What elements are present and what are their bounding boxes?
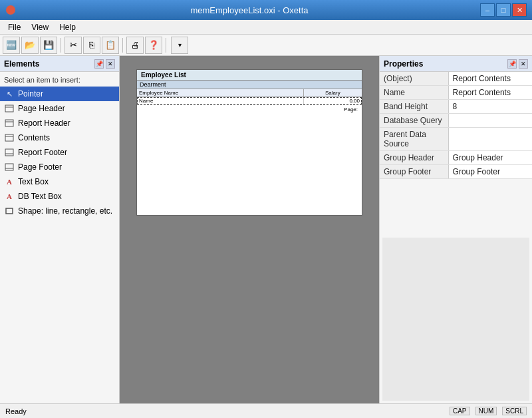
col2-header: Salary (304, 89, 362, 97)
properties-panel-title: Properties (384, 59, 423, 69)
status-text: Ready (5, 407, 27, 415)
menu-file[interactable]: File (3, 21, 26, 33)
prop-val-parent-data-source[interactable] (448, 128, 532, 151)
pointer-icon: ↖ (4, 89, 15, 99)
element-label-db-text-box: DB Text Box (18, 192, 62, 201)
element-item-contents[interactable]: Contents (0, 130, 119, 145)
copy-button[interactable]: ⎘ (83, 37, 100, 54)
shape-icon (4, 206, 15, 216)
element-item-text-box[interactable]: A Text Box (0, 174, 119, 189)
element-item-report-footer[interactable]: Report Footer (0, 145, 119, 160)
prop-key-object: (Object) (380, 72, 448, 86)
status-bar: Ready CAP NUM SCRL (0, 403, 532, 418)
report-col-headers: Employee Name Salary (137, 89, 362, 97)
text-box-icon: A (4, 176, 15, 187)
element-label-page-footer: Page Footer (18, 162, 62, 172)
svg-rect-9 (5, 164, 13, 170)
prop-row-group-footer: Group Footer Group Footer (380, 165, 532, 179)
svg-rect-1 (5, 105, 13, 112)
print-button[interactable]: 🖨 (126, 37, 144, 54)
cut-button[interactable]: ✂ (65, 37, 82, 54)
svg-rect-11 (6, 208, 13, 214)
separator-3 (166, 38, 166, 53)
report-band1-header: Dearment (137, 81, 362, 89)
svg-rect-7 (5, 149, 13, 156)
app-icon (5, 5, 19, 15)
svg-rect-5 (5, 134, 13, 141)
panel-pin-button[interactable]: 📌 (94, 59, 104, 69)
properties-content: (Object) Report Contents Name Report Con… (380, 72, 532, 235)
help-button[interactable]: ❓ (145, 37, 162, 54)
element-label-pointer: Pointer (18, 89, 43, 99)
contents-icon (4, 132, 15, 143)
element-item-shape[interactable]: Shape: line, rectangle, etc. (0, 204, 119, 218)
prop-row-name: Name Report Contents (380, 86, 532, 100)
menu-help[interactable]: Help (54, 21, 81, 33)
row1-cell1: Name (137, 97, 304, 104)
prop-panel-close-button[interactable]: ✕ (519, 59, 528, 69)
prop-panel-pin-button[interactable]: 📌 (507, 59, 517, 69)
panel-header-controls: 📌 ✕ (94, 59, 115, 69)
minimize-button[interactable]: – (480, 3, 495, 17)
elements-select-label: Select an item to insert: (0, 72, 119, 87)
main-layout: Elements 📌 ✕ Select an item to insert: ↖… (0, 56, 532, 403)
cap-indicator: CAP (450, 407, 470, 415)
separator-1 (61, 38, 61, 53)
element-item-db-text-box[interactable]: A DB Text Box (0, 189, 119, 204)
svg-point-0 (6, 5, 15, 15)
prop-val-group-header[interactable]: Group Header (448, 151, 532, 165)
menu-bar: File View Help (0, 20, 532, 35)
save-button[interactable]: 💾 (40, 37, 57, 54)
prop-row-band-height: Band Height 8 (380, 100, 532, 114)
prop-val-name[interactable]: Report Contents (448, 86, 532, 100)
panel-close-button[interactable]: ✕ (106, 59, 115, 69)
prop-key-band-height: Band Height (380, 100, 448, 114)
toolbar: 🆕 📂 💾 ✂ ⎘ 📋 🖨 ❓ ▾ (0, 35, 532, 56)
new-button[interactable]: 🆕 (3, 37, 20, 54)
title-bar: memEmployeeList.oxi - Oxetta – □ ✕ (0, 0, 532, 20)
element-item-page-header[interactable]: Page Header (0, 101, 119, 116)
element-item-pointer[interactable]: ↖ Pointer (0, 87, 119, 101)
report-title: Employee List (137, 70, 362, 81)
prop-row-database-query: Database Query (380, 114, 532, 128)
report-footer-icon (4, 147, 15, 158)
title-bar-text: memEmployeeList.oxi - Oxetta (19, 5, 480, 15)
element-item-page-footer[interactable]: Page Footer (0, 160, 119, 174)
element-label-shape: Shape: line, rectangle, etc. (18, 206, 112, 216)
element-item-report-header[interactable]: Report Header (0, 116, 119, 130)
elements-panel-title: Elements (4, 59, 39, 69)
prop-row-parent-data-source: Parent Data Source (380, 128, 532, 151)
report-canvas: Employee List Dearment Employee Name Sal… (136, 69, 362, 216)
prop-key-database-query: Database Query (380, 114, 448, 128)
menu-view[interactable]: View (26, 21, 54, 33)
row1-cell2: 0.00 (304, 97, 362, 104)
dropdown-button[interactable]: ▾ (171, 37, 188, 54)
open-button[interactable]: 📂 (21, 37, 39, 54)
report-data-row: Name 0.00 (137, 97, 362, 105)
db-text-box-icon: A (4, 191, 15, 202)
prop-val-database-query[interactable] (448, 114, 532, 128)
paste-button[interactable]: 📋 (102, 37, 119, 54)
element-label-page-header: Page Header (18, 104, 65, 113)
properties-panel: Properties 📌 ✕ (Object) Report Contents … (379, 56, 532, 403)
prop-val-band-height[interactable]: 8 (448, 100, 532, 114)
separator-2 (122, 38, 123, 53)
prop-key-group-header: Group Header (380, 151, 448, 165)
svg-rect-3 (5, 120, 13, 126)
maximize-button[interactable]: □ (496, 3, 511, 17)
element-label-text-box: Text Box (18, 177, 49, 186)
prop-key-name: Name (380, 86, 448, 100)
prop-row-group-header: Group Header Group Header (380, 151, 532, 165)
close-button[interactable]: ✕ (512, 3, 527, 17)
prop-val-group-footer[interactable]: Group Footer (448, 165, 532, 179)
report-band1-label: Dearment (140, 81, 166, 88)
page-footer-icon (4, 162, 15, 172)
report-header-icon (4, 118, 15, 128)
element-label-report-footer: Report Footer (18, 148, 67, 157)
window-controls: – □ ✕ (480, 3, 527, 17)
canvas-area[interactable]: Employee List Dearment Employee Name Sal… (120, 56, 379, 403)
prop-val-object[interactable]: Report Contents (448, 72, 532, 86)
elements-panel: Elements 📌 ✕ Select an item to insert: ↖… (0, 56, 120, 403)
page-header-icon (4, 103, 15, 114)
prop-key-parent-data-source: Parent Data Source (380, 128, 448, 151)
